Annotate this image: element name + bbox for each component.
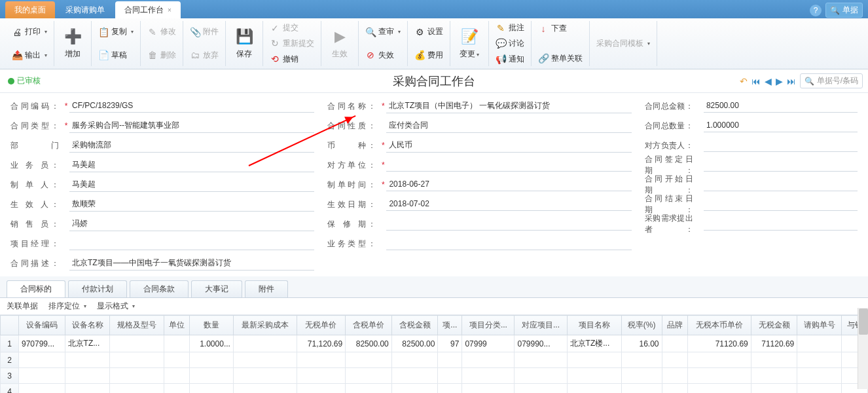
cell[interactable]	[687, 352, 751, 368]
down-button[interactable]: ↓下查	[535, 22, 585, 35]
form-field[interactable]: 马美超	[69, 178, 314, 192]
nav-first-icon[interactable]: ⏮	[751, 76, 761, 86]
form-field[interactable]	[386, 217, 631, 231]
form-field[interactable]	[386, 237, 631, 250]
cell[interactable]	[515, 368, 567, 384]
subtab-1[interactable]: 付款计划	[68, 280, 127, 297]
review-button[interactable]: 🔍查审▾	[363, 25, 403, 39]
cell[interactable]	[110, 384, 164, 394]
cell[interactable]	[621, 368, 662, 384]
form-field[interactable]: 2018-06-27	[386, 178, 631, 191]
cell[interactable]	[190, 368, 234, 384]
col-header[interactable]	[1, 316, 19, 335]
cell[interactable]	[662, 335, 687, 352]
cell[interactable]: 82500.00	[346, 335, 392, 352]
edit-button[interactable]: ✎修改	[145, 25, 179, 39]
resubmit-button[interactable]: ↻重新提交	[267, 37, 317, 50]
cell[interactable]	[65, 352, 110, 368]
col-header[interactable]: 税率(%)	[621, 316, 662, 335]
cell[interactable]	[346, 384, 392, 394]
invalid-button[interactable]: ⊘失效	[363, 48, 403, 62]
cell[interactable]	[110, 352, 164, 368]
form-field[interactable]: 马美超	[69, 158, 314, 172]
cell[interactable]	[346, 368, 392, 384]
cell[interactable]	[190, 352, 234, 368]
form-field[interactable]: 人民币	[386, 138, 631, 153]
cell[interactable]	[797, 352, 842, 368]
cell[interactable]	[346, 352, 392, 368]
table-row[interactable]: 3	[1, 368, 868, 384]
cell[interactable]: 970799...	[19, 335, 65, 352]
print-button[interactable]: 🖨打印▾	[9, 25, 50, 39]
subtab-4[interactable]: 附件	[245, 280, 288, 297]
cell[interactable]	[621, 352, 662, 368]
col-header[interactable]: 无税金额	[751, 316, 797, 335]
cell[interactable]: 71,120.69	[297, 335, 346, 352]
change-button[interactable]: 📝变更▾	[454, 24, 484, 64]
effect-button[interactable]: ▶生效	[325, 24, 354, 64]
cell[interactable]	[621, 384, 662, 394]
save-button[interactable]: 💾保存	[230, 24, 259, 64]
subtab-0[interactable]: 合同标的	[7, 280, 65, 297]
col-header[interactable]: 无税本币单价	[687, 316, 751, 335]
format-button[interactable]: 显示格式▾	[97, 301, 135, 312]
cell[interactable]	[462, 352, 515, 368]
cell[interactable]	[438, 384, 462, 394]
cell[interactable]	[567, 384, 621, 394]
col-header[interactable]: 设备编码	[19, 316, 65, 335]
annotate-button[interactable]: ✎批注	[493, 21, 527, 35]
form-field[interactable]	[704, 159, 858, 172]
cell[interactable]: 97	[438, 335, 462, 352]
submit-button[interactable]: ✓提交	[267, 21, 317, 35]
table-row[interactable]: 1970799...北京TZ...1.0000...71,120.6982500…	[1, 335, 868, 352]
form-field[interactable]: 1.000000	[704, 119, 858, 132]
output-button[interactable]: 📤输出▾	[9, 48, 50, 62]
form-field[interactable]: 82500.00	[704, 100, 858, 113]
cell[interactable]	[751, 384, 797, 394]
cell[interactable]	[110, 368, 164, 384]
tab-contract-workbench[interactable]: 合同工作台×	[115, 1, 181, 18]
cell[interactable]: 07999	[462, 335, 515, 352]
col-header[interactable]: 请购单号	[797, 316, 842, 335]
cell[interactable]	[297, 368, 346, 384]
doc-search[interactable]: 🔍单据号/条码	[800, 73, 863, 88]
cell[interactable]	[164, 384, 189, 394]
close-icon[interactable]: ×	[168, 7, 172, 14]
subtab-2[interactable]: 合同条款	[130, 280, 189, 297]
form-field[interactable]: 北京TZ项目（中国电子） 一氧化碳探测器订货	[386, 99, 631, 113]
cell[interactable]	[462, 368, 515, 384]
form-field[interactable]: 服务采购合同--智能建筑事业部	[69, 119, 314, 133]
undo-button[interactable]: ⟲撤销	[267, 52, 317, 66]
cell[interactable]	[110, 335, 164, 352]
data-grid[interactable]: 设备编码设备名称规格及型号单位数量最新采购成本无税单价含税单价含税金额项...项…	[0, 315, 868, 393]
cell[interactable]	[233, 368, 297, 384]
col-header[interactable]: 含税金额	[391, 316, 438, 335]
cell[interactable]	[65, 384, 110, 394]
col-header[interactable]: 单位	[164, 316, 189, 335]
col-header[interactable]: 数量	[190, 316, 234, 335]
col-header[interactable]: 最新采购成本	[233, 316, 297, 335]
draft-button[interactable]: 📄草稿	[96, 48, 136, 62]
relate-button[interactable]: 🔗整单关联	[535, 52, 585, 66]
cell[interactable]	[391, 368, 438, 384]
col-header[interactable]: 项目名称	[567, 316, 621, 335]
cell[interactable]	[438, 368, 462, 384]
top-search[interactable]: 🔍单据	[825, 3, 863, 18]
nav-prev-icon[interactable]: ◀	[765, 76, 772, 86]
col-header[interactable]: 规格及型号	[110, 316, 164, 335]
col-header[interactable]: 设备名称	[65, 316, 110, 335]
cell[interactable]	[233, 335, 297, 352]
form-field[interactable]	[704, 139, 858, 152]
sort-button[interactable]: 排序定位▾	[48, 301, 86, 312]
col-header[interactable]: 项...	[438, 316, 462, 335]
form-field[interactable]: 应付类合同	[386, 119, 631, 133]
cell[interactable]: 16.00	[621, 335, 662, 352]
form-field[interactable]	[704, 178, 858, 191]
cell[interactable]	[19, 352, 65, 368]
cell[interactable]	[391, 384, 438, 394]
add-button[interactable]: ➕增加	[58, 24, 87, 64]
cell[interactable]	[567, 368, 621, 384]
cell[interactable]	[297, 352, 346, 368]
form-field[interactable]: 采购物流部	[69, 138, 314, 153]
delete-button[interactable]: 🗑删除	[145, 48, 179, 62]
